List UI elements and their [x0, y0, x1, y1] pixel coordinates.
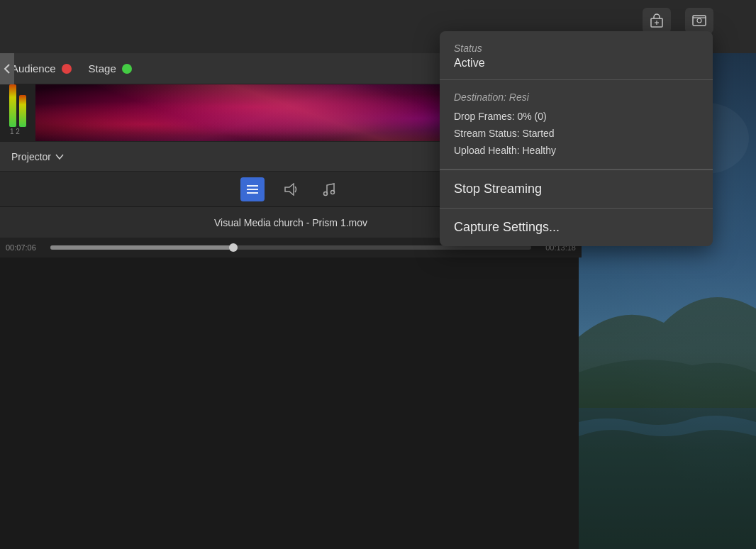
svg-marker-13 — [285, 184, 294, 195]
destination-label: Destination: Resi — [454, 92, 699, 103]
svg-point-14 — [324, 192, 328, 195]
drop-frames: Drop Frames: 0% (0) — [454, 109, 699, 126]
projector-label: Projector — [11, 151, 51, 162]
audience-text: Audience — [11, 62, 56, 74]
progress-fill — [50, 245, 233, 250]
status-label: Status — [454, 43, 699, 54]
upload-health: Upload Health: Healthy — [454, 143, 699, 160]
speaker-icon — [284, 183, 298, 196]
stage-text: Stage — [89, 62, 116, 74]
media-filename: Visual Media church - Prism 1.mov — [214, 217, 367, 228]
capture-settings-button[interactable]: Capture Settings... — [440, 208, 713, 246]
volume-meter: 1 2 — [0, 84, 35, 141]
meter-bar-right — [19, 95, 26, 127]
audience-indicator: Audience — [11, 62, 72, 74]
left-panel-toggle[interactable] — [0, 53, 14, 84]
meter-label: 1 2 — [10, 128, 20, 135]
stage-dot — [122, 64, 132, 74]
media-icon — [685, 8, 713, 33]
music-button[interactable] — [317, 177, 341, 201]
progress-thumb — [229, 243, 238, 252]
projector-chevron-icon — [55, 154, 64, 160]
meter-bar-left — [9, 84, 16, 127]
svg-rect-6 — [693, 16, 706, 26]
svg-point-15 — [331, 190, 335, 194]
stop-streaming-button[interactable]: Stop Streaming — [440, 170, 713, 208]
text-view-button[interactable] — [240, 177, 265, 201]
store-icon — [643, 8, 671, 33]
time-start: 00:07:06 — [6, 243, 45, 252]
audience-dot — [62, 64, 72, 74]
projector-select[interactable]: Projector — [11, 151, 64, 162]
stream-status: Stream Status: Started — [454, 126, 699, 143]
svg-point-7 — [697, 18, 701, 23]
dropdown-menu: Status Active Destination: Resi Drop Fra… — [440, 31, 713, 246]
status-value: Active — [454, 57, 699, 70]
speaker-button[interactable] — [279, 177, 303, 201]
text-list-icon — [245, 184, 260, 195]
music-icon — [323, 182, 335, 196]
destination-section: Destination: Resi Drop Frames: 0% (0) St… — [440, 80, 713, 170]
stage-indicator: Stage — [89, 62, 132, 74]
status-section: Status Active — [440, 31, 713, 80]
